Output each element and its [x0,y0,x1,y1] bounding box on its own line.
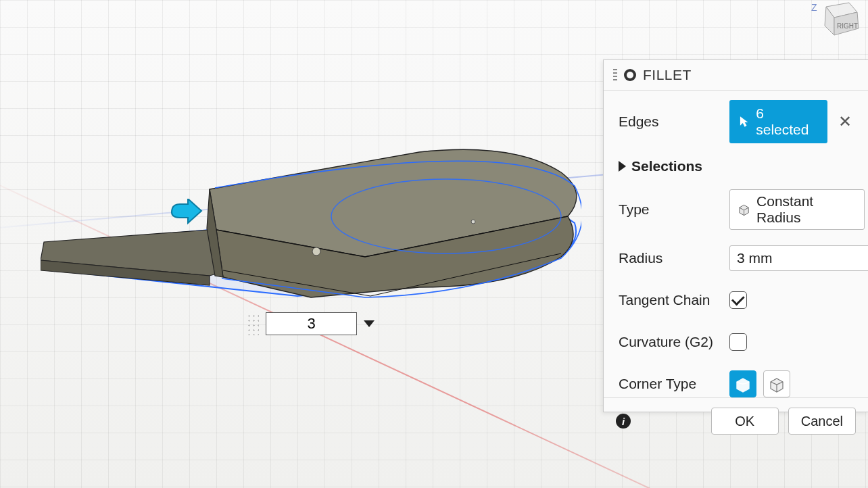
curvature-label: Curvature (G2) [619,334,729,350]
direct-dimension-input[interactable] [245,312,375,335]
tangent-chain-label: Tangent Chain [619,292,729,308]
edges-row: Edges 6 selected ✕ [619,100,856,143]
panel-title: FILLET [643,67,692,83]
ok-button[interactable]: OK [711,408,779,435]
viewcube-face-label: RIGHT [837,22,858,30]
tangent-chain-checkbox[interactable] [729,291,747,309]
info-icon[interactable]: i [616,414,631,429]
type-value: Constant Radius [756,193,857,226]
edges-selection-chip[interactable]: 6 selected [729,100,827,143]
type-row: Type Constant Radius [619,189,856,230]
radius-label: Radius [619,250,729,266]
rolling-ball-icon [734,375,752,393]
model-preview[interactable] [41,128,581,318]
fillet-feature-icon [624,69,636,81]
dimension-value-field[interactable] [266,312,357,335]
view-cube[interactable]: Z RIGHT [807,0,861,41]
fillet-panel: FILLET Edges 6 selected ✕ Selections Typ… [603,59,868,412]
clear-selection-button[interactable]: ✕ [834,109,856,134]
corner-rolling-ball-button[interactable] [729,370,756,397]
edges-selection-count: 6 selected [756,105,818,138]
dimension-dropdown-caret-icon[interactable] [364,320,375,327]
svg-point-4 [312,247,320,255]
corner-type-label: Corner Type [619,376,729,392]
corner-setback-button[interactable] [763,370,790,397]
corner-type-row: Corner Type [619,370,856,397]
radius-input[interactable] [729,245,868,271]
viewcube-z-label: Z [811,2,817,13]
svg-point-3 [471,220,475,224]
tangent-chain-row: Tangent Chain [619,287,856,314]
disclosure-triangle-icon [619,161,626,172]
curvature-row: Curvature (G2) [619,328,856,356]
drag-handle-icon[interactable] [245,312,259,335]
panel-footer: i OK Cancel [604,397,868,444]
radius-row: Radius [619,245,856,272]
cursor-icon [739,115,750,128]
fillet-drag-arrow[interactable] [170,199,203,226]
panel-header[interactable]: FILLET [604,60,868,91]
cancel-button[interactable]: Cancel [788,408,856,435]
selections-disclosure[interactable]: Selections [619,158,856,174]
type-dropdown[interactable]: Constant Radius [729,189,865,230]
constant-radius-icon [737,202,751,217]
type-label: Type [619,201,729,218]
panel-grip-icon[interactable] [613,69,617,81]
setback-icon [768,375,786,393]
edges-label: Edges [619,114,729,130]
selections-label: Selections [631,158,702,174]
curvature-checkbox[interactable] [729,333,747,351]
